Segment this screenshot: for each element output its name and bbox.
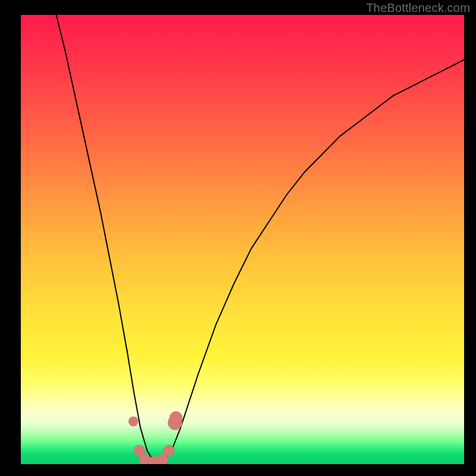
curve-marker <box>170 412 182 424</box>
curve-marker <box>163 445 174 456</box>
bottleneck-curve <box>57 15 464 462</box>
watermark-text: TheBottleneck.com <box>366 1 470 15</box>
chart-svg <box>21 15 464 464</box>
chart-plot-area <box>21 15 464 464</box>
curve-marker <box>129 416 138 426</box>
curve-markers <box>129 412 182 464</box>
chart-frame: TheBottleneck.com <box>0 0 476 476</box>
